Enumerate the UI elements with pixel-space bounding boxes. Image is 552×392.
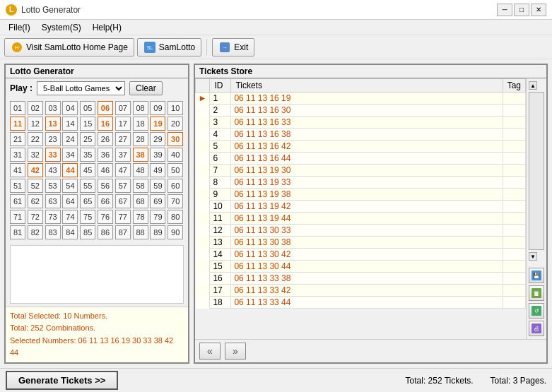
number-btn-04[interactable]: 04	[62, 101, 78, 115]
table-row[interactable]: 8 06 11 13 19 33	[196, 177, 526, 189]
number-btn-40[interactable]: 40	[168, 148, 183, 162]
clear-button[interactable]: Clear	[129, 81, 163, 95]
number-btn-36[interactable]: 36	[98, 148, 113, 162]
generate-tickets-button[interactable]: Generate Tickets >>	[6, 371, 118, 390]
number-btn-76[interactable]: 76	[98, 210, 113, 224]
table-row[interactable]: 11 06 11 13 19 44	[196, 213, 526, 225]
number-btn-39[interactable]: 39	[150, 148, 165, 162]
tickets-table[interactable]: ID Tickets Tag ► 1 06 11 13 16 19 2 06 1…	[195, 78, 526, 339]
number-btn-44[interactable]: 44	[62, 163, 78, 177]
game-select[interactable]: 5-Ball Lotto Games	[37, 81, 125, 95]
table-row[interactable]: 6 06 11 13 16 44	[196, 153, 526, 165]
menu-help[interactable]: Help(H)	[87, 21, 127, 34]
number-btn-18[interactable]: 18	[133, 117, 148, 131]
number-btn-25[interactable]: 25	[80, 132, 95, 146]
number-btn-53[interactable]: 53	[45, 179, 61, 193]
number-btn-03[interactable]: 03	[45, 101, 61, 115]
home-page-button[interactable]: H Visit SamLotto Home Page	[4, 38, 134, 57]
number-btn-17[interactable]: 17	[115, 117, 131, 131]
number-btn-06[interactable]: 06	[98, 101, 113, 115]
number-btn-45[interactable]: 45	[80, 163, 95, 177]
table-row[interactable]: 17 06 11 13 33 42	[196, 285, 526, 297]
number-btn-28[interactable]: 28	[133, 132, 148, 146]
table-row[interactable]: ► 1 06 11 13 16 19	[196, 93, 526, 105]
number-btn-14[interactable]: 14	[62, 117, 78, 131]
table-row[interactable]: 18 06 11 13 33 44	[196, 297, 526, 309]
table-row[interactable]: 4 06 11 13 16 38	[196, 129, 526, 141]
number-btn-09[interactable]: 09	[150, 101, 165, 115]
menu-system[interactable]: System(S)	[36, 21, 87, 34]
number-btn-81[interactable]: 81	[10, 225, 25, 239]
maximize-button[interactable]: □	[514, 4, 529, 16]
number-btn-08[interactable]: 08	[133, 101, 148, 115]
number-btn-69[interactable]: 69	[150, 194, 165, 208]
number-btn-47[interactable]: 47	[115, 163, 131, 177]
refresh-button[interactable]: ↺	[529, 303, 544, 319]
number-btn-11[interactable]: 11	[10, 117, 25, 131]
prev-page-button[interactable]: «	[199, 343, 221, 360]
number-btn-62[interactable]: 62	[28, 194, 43, 208]
number-btn-22[interactable]: 22	[28, 132, 43, 146]
number-btn-26[interactable]: 26	[98, 132, 113, 146]
number-btn-79[interactable]: 79	[150, 210, 165, 224]
number-btn-54[interactable]: 54	[62, 179, 78, 193]
number-btn-42[interactable]: 42	[28, 163, 43, 177]
number-btn-89[interactable]: 89	[150, 225, 165, 239]
number-btn-27[interactable]: 27	[115, 132, 131, 146]
number-btn-21[interactable]: 21	[10, 132, 25, 146]
minimize-button[interactable]: ─	[497, 4, 512, 16]
number-btn-33[interactable]: 33	[45, 148, 61, 162]
number-btn-70[interactable]: 70	[168, 194, 183, 208]
number-btn-16[interactable]: 16	[98, 117, 113, 131]
menu-file[interactable]: File(I)	[3, 21, 36, 34]
table-row[interactable]: 9 06 11 13 19 38	[196, 189, 526, 201]
number-btn-23[interactable]: 23	[45, 132, 61, 146]
number-btn-30[interactable]: 30	[168, 132, 183, 146]
number-btn-57[interactable]: 57	[115, 179, 131, 193]
samlotto-button[interactable]: SL SamLotto	[137, 38, 201, 57]
table-row[interactable]: 15 06 11 13 30 44	[196, 261, 526, 273]
table-row[interactable]: 10 06 11 13 19 42	[196, 201, 526, 213]
scroll-up-arrow[interactable]: ▲	[529, 81, 537, 90]
number-btn-48[interactable]: 48	[133, 163, 148, 177]
number-btn-63[interactable]: 63	[45, 194, 61, 208]
number-btn-84[interactable]: 84	[62, 225, 78, 239]
number-btn-19[interactable]: 19	[150, 117, 165, 131]
number-btn-77[interactable]: 77	[115, 210, 131, 224]
number-btn-15[interactable]: 15	[80, 117, 95, 131]
number-btn-07[interactable]: 07	[115, 101, 131, 115]
next-page-button[interactable]: »	[225, 343, 246, 360]
number-btn-50[interactable]: 50	[168, 163, 183, 177]
number-btn-13[interactable]: 13	[45, 117, 61, 131]
number-btn-71[interactable]: 71	[10, 210, 25, 224]
number-btn-88[interactable]: 88	[133, 225, 148, 239]
number-btn-85[interactable]: 85	[80, 225, 95, 239]
table-row[interactable]: 16 06 11 13 33 38	[196, 273, 526, 285]
number-btn-73[interactable]: 73	[45, 210, 61, 224]
number-btn-29[interactable]: 29	[150, 132, 165, 146]
number-btn-55[interactable]: 55	[80, 179, 95, 193]
table-row[interactable]: 7 06 11 13 19 30	[196, 165, 526, 177]
number-btn-59[interactable]: 59	[150, 179, 165, 193]
number-btn-80[interactable]: 80	[168, 210, 183, 224]
number-btn-38[interactable]: 38	[133, 148, 148, 162]
number-btn-52[interactable]: 52	[28, 179, 43, 193]
number-btn-43[interactable]: 43	[45, 163, 61, 177]
number-btn-37[interactable]: 37	[115, 148, 131, 162]
number-btn-58[interactable]: 58	[133, 179, 148, 193]
number-btn-60[interactable]: 60	[168, 179, 183, 193]
close-button[interactable]: ✕	[531, 4, 546, 16]
number-btn-32[interactable]: 32	[28, 148, 43, 162]
number-btn-83[interactable]: 83	[45, 225, 61, 239]
save-button[interactable]: 💾	[529, 268, 544, 283]
number-btn-86[interactable]: 86	[98, 225, 113, 239]
number-btn-75[interactable]: 75	[80, 210, 95, 224]
table-row[interactable]: 13 06 11 13 30 38	[196, 237, 526, 249]
number-btn-82[interactable]: 82	[28, 225, 43, 239]
number-btn-12[interactable]: 12	[28, 117, 43, 131]
table-row[interactable]: 2 06 11 13 16 30	[196, 105, 526, 117]
number-btn-90[interactable]: 90	[168, 225, 183, 239]
number-btn-20[interactable]: 20	[168, 117, 183, 131]
number-btn-67[interactable]: 67	[115, 194, 131, 208]
number-btn-41[interactable]: 41	[10, 163, 25, 177]
